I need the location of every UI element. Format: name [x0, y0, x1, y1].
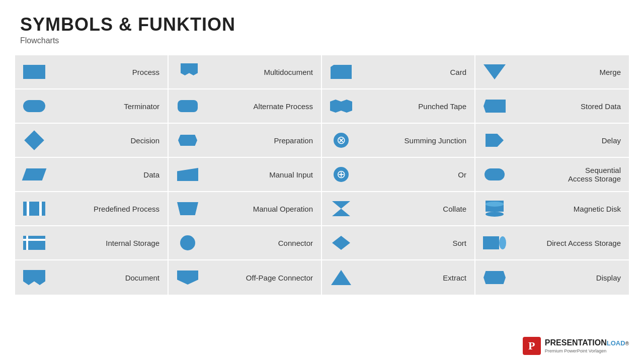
internal-storage-shape [20, 232, 48, 254]
grid-cell: Card [322, 55, 474, 89]
grid-cell: Extract [322, 260, 474, 295]
grid-cell: Direct Access Storage [475, 226, 629, 260]
alternate-process-shape [174, 95, 202, 117]
extract-shape [327, 266, 355, 289]
magnetic-disk-shape [480, 198, 509, 220]
display-shape [480, 266, 509, 289]
or-shape [327, 163, 355, 186]
multidoc-shape [174, 61, 202, 83]
grid-column-1: MultidocumentAlternate ProcessPreparatio… [169, 55, 322, 295]
direct-access-shape [480, 232, 509, 254]
logo-accent: LOAD [607, 339, 625, 347]
cell-label: Display [514, 274, 621, 282]
cell-label: Process [53, 68, 159, 76]
grid-cell: Sort [322, 226, 474, 260]
grid-column-0: ProcessTerminatorDecisionDataPredefined … [15, 55, 169, 295]
cell-label: Multidocument [207, 68, 313, 76]
logo: P PRESENTATIONLOAD® Premium PowerPoint V… [523, 337, 629, 355]
sort-shape [327, 232, 355, 254]
cell-label: Card [360, 68, 466, 76]
cell-label: Connector [207, 239, 313, 247]
grid-cell: Or [322, 158, 474, 192]
grid-cell: Merge [475, 55, 629, 89]
card-shape [327, 61, 355, 83]
grid-cell: Decision [15, 124, 168, 158]
grid-cell: Internal Storage [15, 226, 168, 260]
cell-label: Direct Access Storage [514, 239, 621, 247]
stored-data-shape [480, 95, 509, 117]
grid-cell: Manual Operation [169, 192, 321, 226]
cell-label: Decision [53, 136, 159, 145]
cell-label: Predefined Process [53, 205, 159, 213]
rect-shape [20, 61, 48, 83]
grid-column-3: MergeStored DataDelaySequential Access S… [475, 55, 629, 295]
grid-cell: Terminator [15, 89, 168, 124]
grid-column-2: CardPunched TapeSumming JunctionOrCollat… [322, 55, 475, 295]
off-page-shape [174, 266, 202, 289]
cell-label: Summing Junction [360, 136, 466, 145]
grid-cell: Punched Tape [322, 89, 474, 124]
cell-label: Extract [360, 274, 466, 282]
grid-cell: Sequential Access Storage [475, 158, 629, 192]
logo-text: PRESENTATIONLOAD® Premium PowerPoint Vor… [545, 338, 629, 354]
logo-tagline: Premium PowerPoint Vorlagen [545, 348, 629, 354]
rounded-rect-shape [20, 95, 48, 117]
cell-label: Collate [360, 205, 466, 213]
cell-label: Delay [514, 136, 621, 145]
grid-cell: Display [475, 260, 629, 295]
page-subtitle: Flowcharts [20, 36, 624, 45]
cell-label: Terminator [53, 102, 159, 111]
collate-shape [327, 198, 355, 220]
predefined-shape [20, 198, 48, 220]
logo-brand: PRESENTATION [545, 338, 607, 347]
cell-label: Merge [514, 68, 621, 76]
punched-tape-shape [327, 95, 355, 117]
delay-shape [480, 129, 509, 151]
summing-shape [327, 129, 355, 151]
grid-cell: Summing Junction [322, 124, 474, 158]
cell-label: Punched Tape [360, 102, 466, 111]
cell-label: Manual Input [207, 170, 313, 179]
cell-label: Stored Data [514, 102, 621, 111]
grid-cell: Manual Input [169, 158, 321, 192]
cell-label: Off-Page Connector [207, 274, 313, 282]
manual-input-shape [174, 163, 202, 186]
grid-cell: Predefined Process [15, 192, 168, 226]
grid-cell: Data [15, 158, 168, 192]
sequential-shape [480, 163, 509, 186]
grid-cell: Delay [475, 124, 629, 158]
grid-cell: Magnetic Disk [475, 192, 629, 226]
cell-label: Alternate Process [207, 102, 313, 111]
cell-label: Document [53, 274, 159, 282]
diamond-shape [20, 129, 48, 151]
document-shape [20, 266, 48, 289]
cell-label: Or [360, 170, 466, 179]
grid-cell: Preparation [169, 124, 321, 158]
logo-icon: P [523, 337, 541, 355]
cell-label: Sequential Access Storage [514, 166, 621, 183]
logo-trademark: ® [625, 341, 629, 346]
cell-label: Sort [360, 239, 466, 247]
grid-cell: Collate [322, 192, 474, 226]
header: SYMBOLS & FUNKTION Flowcharts [0, 0, 644, 49]
symbol-grid: ProcessTerminatorDecisionDataPredefined … [0, 49, 644, 300]
cell-label: Magnetic Disk [514, 205, 621, 213]
grid-cell: Off-Page Connector [169, 260, 321, 295]
merge-shape [480, 61, 509, 83]
grid-cell: Stored Data [475, 89, 629, 124]
page-title: SYMBOLS & FUNKTION [20, 14, 624, 35]
hexagon-shape [174, 129, 202, 151]
parallelogram-shape [20, 163, 48, 186]
grid-cell: Multidocument [169, 55, 321, 89]
grid-cell: Connector [169, 226, 321, 260]
connector-shape [174, 232, 202, 254]
cell-label: Internal Storage [53, 239, 159, 247]
grid-cell: Alternate Process [169, 89, 321, 124]
grid-cell: Document [15, 260, 168, 295]
cell-label: Data [53, 170, 159, 179]
cell-label: Manual Operation [207, 205, 313, 213]
manual-operation-shape [174, 198, 202, 220]
cell-label: Preparation [207, 136, 313, 145]
grid-cell: Process [15, 55, 168, 89]
